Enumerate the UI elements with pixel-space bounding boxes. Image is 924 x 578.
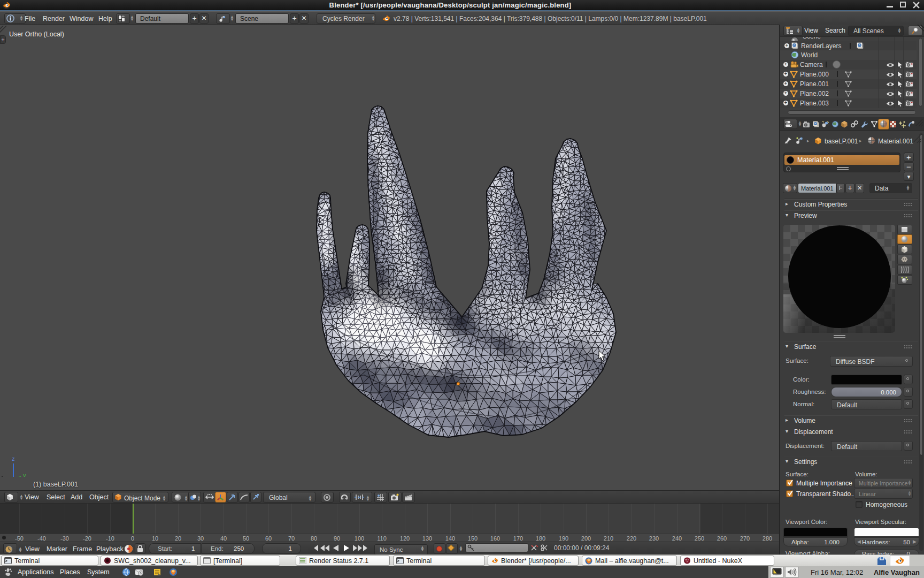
svg-text:y: y (23, 472, 26, 477)
svg-text:z: z (12, 455, 15, 462)
